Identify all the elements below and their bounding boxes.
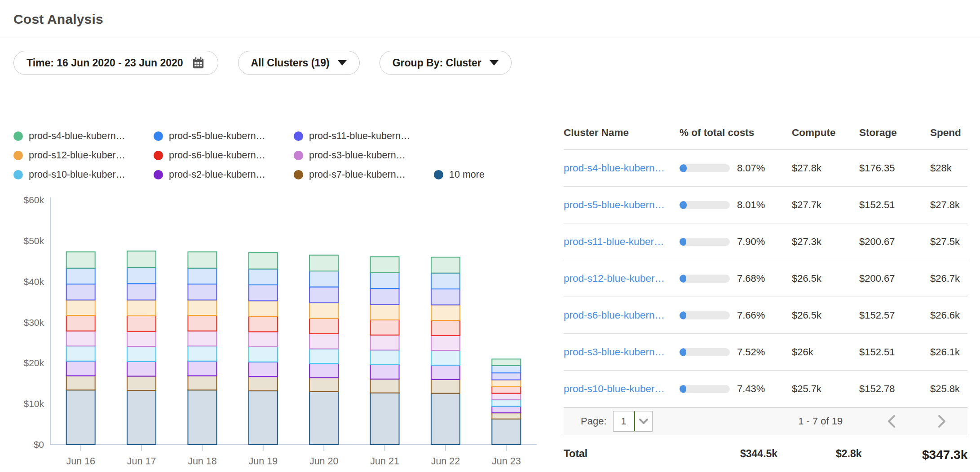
pct-cell: 7.66%: [680, 310, 792, 321]
time-range-label: Time: 16 Jun 2020 - 23 Jun 2020: [26, 57, 183, 69]
svg-text:$20k: $20k: [23, 358, 44, 368]
svg-text:$30k: $30k: [23, 317, 44, 328]
svg-text:Jun 19: Jun 19: [249, 456, 278, 467]
chevron-down-icon: [635, 411, 652, 431]
pct-value: 7.68%: [737, 273, 765, 284]
pct-value: 7.43%: [737, 383, 765, 395]
legend-item[interactable]: prod-s2-blue-kubern…: [154, 169, 294, 180]
compute-value: $27.7k: [792, 199, 859, 211]
storage-value: $152.51: [859, 346, 930, 358]
cluster-name-link[interactable]: prod-s10-blue-kuber…: [564, 383, 680, 395]
legend-color-dot: [13, 131, 23, 141]
svg-text:Jun 16: Jun 16: [66, 456, 95, 467]
legend-item[interactable]: prod-s7-blue-kubern…: [294, 169, 434, 180]
spend-value: $28k: [930, 162, 967, 174]
col-header-pct-total: % of total costs: [680, 127, 792, 139]
compute-value: $26.5k: [792, 273, 859, 284]
clusters-filter-label: All Clusters (19): [251, 57, 330, 69]
pct-value: 7.66%: [737, 310, 765, 321]
total-row: Total $344.5k $2.8k $347.3k: [564, 435, 967, 462]
table-row: prod-s3-blue-kubern… 7.52% $26k $152.51 …: [564, 334, 967, 371]
legend-item[interactable]: prod-s3-blue-kubern…: [294, 150, 434, 161]
cluster-name-link[interactable]: prod-s6-blue-kubern…: [564, 310, 680, 321]
svg-text:Jun 18: Jun 18: [188, 456, 217, 467]
cluster-name-link[interactable]: prod-s5-blue-kubern…: [564, 199, 680, 211]
legend-label: prod-s6-blue-kubern…: [169, 150, 265, 161]
col-header-compute: Compute: [792, 127, 859, 139]
legend-label: prod-s5-blue-kubern…: [169, 131, 265, 142]
pagination-nav: [886, 414, 948, 429]
pct-cell: 7.68%: [680, 273, 792, 284]
storage-value: $152.51: [859, 199, 930, 211]
legend-item[interactable]: prod-s10-blue-kuber…: [13, 169, 154, 180]
group-by-dropdown[interactable]: Group By: Cluster: [380, 51, 512, 75]
stacked-bar-chart[interactable]: $0$10k$20k$30k$40k$50k$60kJun 16Jun 17Ju…: [13, 188, 564, 470]
svg-text:$60k: $60k: [23, 195, 44, 205]
cluster-name-link[interactable]: prod-s3-blue-kubern…: [564, 346, 680, 358]
legend-color-dot: [13, 170, 23, 179]
svg-text:Jun 20: Jun 20: [309, 456, 339, 467]
legend-label: prod-s3-blue-kubern…: [309, 150, 406, 161]
next-page-button[interactable]: [936, 414, 948, 429]
pct-progress-bar: [680, 348, 730, 356]
legend-color-dot: [154, 170, 163, 179]
legend-label: prod-s11-blue-kubern…: [309, 131, 410, 142]
chart-legend: prod-s4-blue-kubern… prod-s5-blue-kubern…: [13, 131, 548, 180]
storage-value: $200.67: [859, 273, 930, 284]
total-storage: $2.8k: [836, 448, 930, 460]
legend-label: prod-s4-blue-kubern…: [29, 131, 125, 142]
pct-cell: 7.52%: [680, 346, 792, 358]
col-header-spend: Spend: [930, 127, 967, 139]
pct-value: 7.52%: [737, 346, 765, 358]
clusters-filter-dropdown[interactable]: All Clusters (19): [238, 51, 360, 75]
page-header: Cost Analysis: [0, 0, 980, 27]
spend-value: $26.7k: [930, 273, 967, 284]
total-spend: $347.3k: [922, 448, 967, 462]
svg-text:$40k: $40k: [23, 276, 44, 287]
legend-color-dot: [294, 151, 303, 160]
table-row: prod-s4-blue-kubern… 8.07% $27.8k $176.3…: [564, 150, 967, 187]
group-by-label: Group By: Cluster: [393, 57, 481, 69]
page-label: Page:: [581, 415, 607, 427]
svg-text:$10k: $10k: [23, 398, 44, 409]
cluster-name-link[interactable]: prod-s11-blue-kuber…: [564, 236, 680, 248]
filter-row: Time: 16 Jun 2020 - 23 Jun 2020 All Clus…: [13, 51, 980, 75]
table-header: Cluster Name % of total costs Compute St…: [564, 127, 967, 150]
spend-value: $27.5k: [930, 236, 967, 248]
table-row: prod-s11-blue-kuber… 7.90% $27.3k $200.6…: [564, 223, 967, 260]
chevron-down-icon: [490, 60, 499, 66]
cost-table-section: Cluster Name % of total costs Compute St…: [564, 114, 980, 470]
chevron-down-icon: [338, 60, 347, 66]
previous-page-button[interactable]: [886, 414, 897, 429]
legend-item[interactable]: prod-s12-blue-kuber…: [13, 150, 154, 161]
pct-progress-bar: [680, 164, 730, 172]
legend-item[interactable]: prod-s11-blue-kubern…: [294, 131, 434, 142]
compute-value: $26k: [792, 346, 859, 358]
col-header-cluster-name: Cluster Name: [564, 127, 680, 139]
legend-color-dot: [294, 170, 303, 179]
page-select-value: 1: [614, 411, 634, 431]
legend-item[interactable]: prod-s5-blue-kubern…: [154, 131, 294, 142]
svg-text:$50k: $50k: [23, 236, 44, 246]
compute-value: $25.7k: [792, 383, 859, 395]
pct-cell: 7.43%: [680, 383, 792, 395]
legend-label: prod-s7-blue-kubern…: [309, 169, 406, 180]
cluster-name-link[interactable]: prod-s12-blue-kuber…: [564, 273, 680, 284]
legend-item[interactable]: prod-s4-blue-kubern…: [13, 131, 154, 142]
time-range-filter[interactable]: Time: 16 Jun 2020 - 23 Jun 2020: [13, 51, 218, 75]
legend-color-dot: [154, 151, 163, 160]
legend-item[interactable]: 10 more: [434, 169, 485, 180]
page-title: Cost Analysis: [13, 12, 967, 27]
col-header-storage: Storage: [859, 127, 930, 139]
pct-progress-bar: [680, 238, 730, 246]
legend-label: prod-s2-blue-kubern…: [169, 169, 265, 180]
pct-progress-bar: [680, 201, 730, 209]
legend-item[interactable]: prod-s6-blue-kubern…: [154, 150, 294, 161]
table-row: prod-s5-blue-kubern… 8.01% $27.7k $152.5…: [564, 187, 967, 223]
legend-color-dot: [434, 170, 443, 179]
spend-value: $27.8k: [930, 199, 967, 211]
page-select[interactable]: 1: [613, 411, 653, 432]
svg-text:Jun 23: Jun 23: [492, 456, 521, 467]
cluster-name-link[interactable]: prod-s4-blue-kubern…: [564, 162, 680, 174]
storage-value: $200.67: [859, 236, 930, 248]
